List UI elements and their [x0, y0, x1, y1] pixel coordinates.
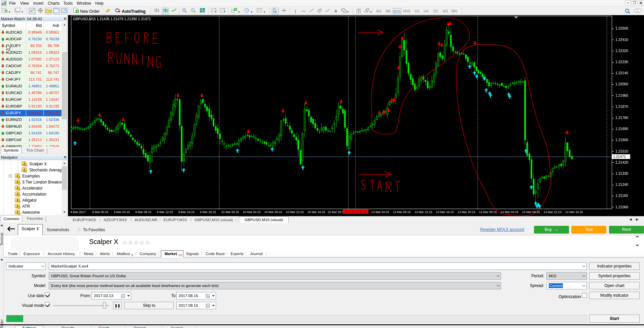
svg-text:9 Mar 20:15: 9 Mar 20:15 [200, 210, 216, 214]
svg-text:10 Mar 16:15: 10 Mar 16:15 [307, 210, 325, 214]
svg-text:1.21471: 1.21471 [613, 155, 626, 159]
svg-text:1.21690: 1.21690 [615, 127, 628, 131]
svg-text:1.21870: 1.21870 [615, 105, 628, 109]
svg-text:14 Mar 04:15: 14 Mar 04:15 [500, 210, 518, 214]
svg-text:1.21510: 1.21510 [615, 149, 628, 153]
svg-text:14 Mar 00:15: 14 Mar 00:15 [479, 210, 497, 214]
svg-text:13 Mar 16:15: 13 Mar 16:15 [436, 210, 454, 214]
svg-text:8 Mar 2017: 8 Mar 2017 [70, 210, 86, 214]
svg-text:9 Mar 12:15: 9 Mar 12:15 [157, 210, 173, 214]
svg-text:1.21060: 1.21060 [615, 205, 628, 209]
svg-text:1.22140: 1.22140 [615, 71, 628, 75]
svg-text:13 Mar 04:15: 13 Mar 04:15 [371, 210, 389, 214]
svg-text:2017.03.13 01:15: 2017.03.13 01:15 [345, 210, 367, 213]
svg-text:10 Mar 00:15: 10 Mar 00:15 [221, 210, 239, 214]
svg-text:9 Mar 16:15: 9 Mar 16:15 [178, 210, 194, 214]
svg-text:14 Mar 08:15: 14 Mar 08:15 [522, 210, 540, 214]
svg-text:GBPUSD,M15 1.21435 1.21479 1.: GBPUSD,M15 1.21435 1.21479 1.21390 1.214… [73, 17, 151, 21]
svg-text:13 Mar 08:15: 13 Mar 08:15 [393, 210, 410, 214]
svg-text:1.21960: 1.21960 [615, 93, 628, 97]
svg-text:1.22320: 1.22320 [615, 49, 628, 53]
svg-text:1.22500: 1.22500 [615, 26, 628, 30]
svg-text:1.22410: 1.22410 [615, 38, 628, 42]
svg-text:9 Mar 00:15: 9 Mar 00:15 [92, 210, 108, 214]
svg-text:10 Mar 12:15: 10 Mar 12:15 [286, 210, 303, 214]
svg-text:14 Mar 16:15: 14 Mar 16:15 [565, 210, 583, 214]
svg-text:10 Mar 08:15: 10 Mar 08:15 [264, 210, 282, 214]
svg-text:1.21240: 1.21240 [615, 182, 628, 187]
svg-text:1.21330: 1.21330 [615, 171, 628, 175]
svg-text:13 Mar 20:15: 13 Mar 20:15 [457, 210, 475, 214]
svg-text:1.21420: 1.21420 [615, 160, 628, 164]
svg-text:1.22050: 1.22050 [615, 82, 628, 86]
svg-text:9 Mar 08:15: 9 Mar 08:15 [135, 210, 151, 214]
svg-text:13 Mar 12:15: 13 Mar 12:15 [414, 210, 432, 214]
svg-text:1.21150: 1.21150 [615, 194, 628, 198]
svg-text:1.21780: 1.21780 [615, 116, 628, 120]
svg-text:10 Mar 04:15: 10 Mar 04:15 [243, 210, 260, 214]
svg-text:9 Mar 04:15: 9 Mar 04:15 [114, 210, 130, 214]
svg-text:1.22230: 1.22230 [615, 60, 628, 64]
svg-text:1.21600: 1.21600 [615, 138, 628, 142]
svg-text:10 Mar 20:15: 10 Mar 20:15 [327, 210, 345, 214]
svg-text:14 Mar 12:15: 14 Mar 12:15 [543, 210, 561, 214]
